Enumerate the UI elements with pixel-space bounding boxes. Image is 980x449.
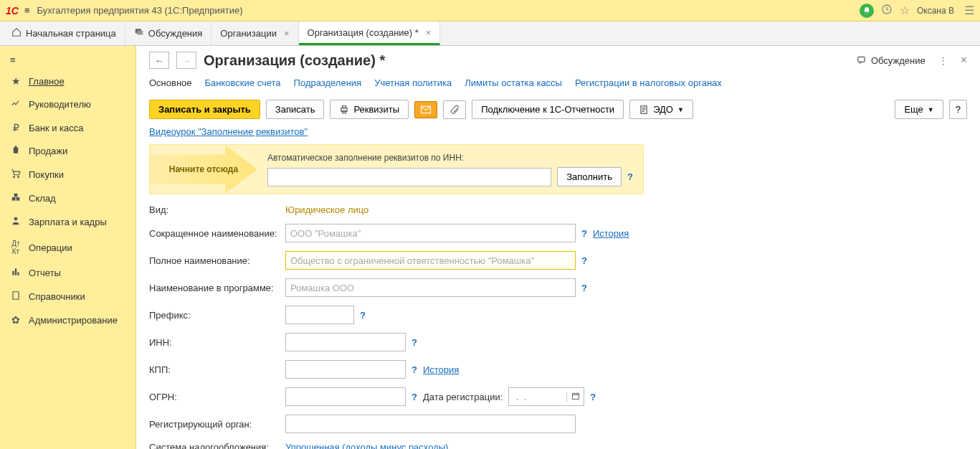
menu-icon[interactable]: ≡ — [24, 5, 30, 16]
person-icon — [10, 216, 22, 228]
sidebar-item-bank[interactable]: ₽ Банк и касса — [0, 116, 135, 139]
tab-org-create[interactable]: Организация (создание) * × — [299, 22, 441, 45]
history-link[interactable]: История — [423, 364, 459, 375]
tab-org-create-label: Организация (создание) * — [308, 27, 419, 38]
user-label[interactable]: Оксана В — [917, 6, 954, 16]
video-link[interactable]: Видеоурок "Заполнение реквизитов" — [149, 126, 308, 137]
svg-rect-9 — [12, 271, 14, 275]
fill-button[interactable]: Заполнить — [557, 167, 622, 186]
ogrn-field[interactable] — [285, 387, 406, 406]
taxsystem-value[interactable]: Упрощенная (доходы минус расходы) — [285, 442, 448, 449]
chevron-down-icon: ▼ — [677, 106, 684, 113]
sidebar-item-warehouse[interactable]: Склад — [0, 186, 135, 210]
kpp-field[interactable] — [285, 360, 406, 379]
sidebar-item-label: Администрирование — [29, 315, 118, 326]
logo-1c: 1C — [6, 5, 19, 16]
sidebar-item-label: Продажи — [29, 146, 67, 156]
sidebar-item-reports[interactable]: Отчеты — [0, 261, 135, 285]
kind-label: Вид: — [149, 204, 280, 215]
short-name-field[interactable] — [285, 224, 576, 242]
more-button[interactable]: Еще ▼ — [895, 100, 943, 119]
sidebar-item-sales[interactable]: Продажи — [0, 139, 135, 163]
svg-rect-16 — [343, 110, 346, 113]
notification-icon[interactable] — [860, 4, 874, 18]
edo-button[interactable]: ЭДО ▼ — [629, 100, 693, 119]
kpp-label: КПП: — [149, 364, 280, 375]
help-icon[interactable]: ? — [581, 255, 587, 266]
requisites-label: Реквизиты — [353, 104, 399, 115]
history-icon[interactable] — [881, 4, 893, 18]
save-button[interactable]: Записать — [266, 100, 325, 119]
sub-tabs: Основное Банковские счета Подразделения … — [149, 75, 967, 93]
help-icon[interactable]: ? — [581, 228, 587, 239]
sidebar-item-operations[interactable]: ДтКт Операции — [0, 234, 135, 261]
nav-back-button[interactable]: ← — [149, 52, 169, 69]
subtab-main[interactable]: Основное — [149, 75, 192, 93]
help-icon[interactable]: ? — [360, 310, 366, 321]
program-name-field[interactable] — [285, 278, 576, 297]
tab-discussions[interactable]: Обсуждения — [125, 22, 212, 45]
book-icon — [10, 290, 22, 303]
star-icon[interactable]: ☆ — [900, 4, 910, 17]
chevron-down-icon: ▼ — [928, 106, 934, 113]
sidebar-item-label: Покупки — [29, 169, 64, 180]
nav-forward-button: → — [176, 52, 196, 69]
sidebar-item-refs[interactable]: Справочники — [0, 285, 135, 308]
svg-rect-13 — [858, 57, 865, 62]
attach-button[interactable] — [443, 100, 466, 119]
calendar-icon[interactable] — [566, 392, 584, 402]
sidebar-item-admin[interactable]: ✿ Администрирование — [0, 308, 135, 331]
help-button[interactable]: ? — [949, 100, 967, 119]
inn-field[interactable] — [285, 333, 406, 351]
subtab-dept[interactable]: Подразделения — [294, 75, 362, 93]
sidebar-item-manager[interactable]: Руководителю — [0, 93, 135, 116]
close-icon[interactable]: × — [284, 28, 290, 39]
help-icon[interactable]: ? — [590, 392, 596, 402]
tab-orgs[interactable]: Организации × — [211, 22, 298, 45]
help-icon[interactable]: ? — [627, 171, 633, 182]
sidebar-toggle[interactable]: ≡ — [0, 50, 135, 70]
tab-orgs-label: Организации — [220, 28, 277, 39]
close-panel-icon[interactable]: × — [961, 54, 967, 67]
bag-icon — [10, 145, 22, 157]
page-title: Организация (создание) * — [204, 52, 850, 69]
svg-point-4 — [18, 176, 19, 178]
svg-rect-19 — [572, 393, 579, 399]
save-close-button[interactable]: Записать и закрыть — [149, 100, 260, 119]
help-icon[interactable]: ? — [581, 283, 587, 293]
inn-autofill-input[interactable] — [267, 168, 551, 186]
subtab-policy[interactable]: Учетная политика — [374, 75, 452, 93]
start-hint-label: Начните отсюда — [169, 164, 238, 174]
regdate-input[interactable] — [509, 388, 566, 405]
prefix-label: Префикс: — [149, 310, 280, 321]
regdate-field[interactable] — [508, 387, 584, 406]
subtab-bank[interactable]: Банковские счета — [205, 75, 281, 93]
sidebar-item-main[interactable]: ★ Главное — [0, 70, 135, 93]
subtab-limits[interactable]: Лимиты остатка кассы — [465, 75, 562, 93]
top-bar: 1C ≡ Бухгалтерия предприятия 43 (1С:Пред… — [0, 0, 980, 22]
svg-rect-2 — [137, 31, 143, 35]
user-menu-icon[interactable]: ☰ — [964, 4, 974, 17]
full-name-field[interactable] — [285, 251, 576, 270]
help-icon[interactable]: ? — [411, 364, 417, 375]
discussion-button[interactable]: Обсуждение — [857, 55, 926, 66]
requisites-button[interactable]: Реквизиты — [330, 100, 409, 119]
sidebar-item-label: Главное — [29, 76, 65, 87]
sidebar-item-purchases[interactable]: Покупки — [0, 163, 135, 186]
subtab-tax[interactable]: Регистрации в налоговых органах — [575, 75, 722, 93]
mail-button[interactable] — [414, 101, 437, 118]
history-link[interactable]: История — [593, 228, 629, 239]
regorg-field[interactable] — [285, 415, 576, 433]
tab-home-label: Начальная страница — [26, 28, 116, 39]
help-icon[interactable]: ? — [411, 392, 417, 402]
close-icon[interactable]: × — [426, 27, 432, 38]
prefix-field[interactable] — [285, 306, 354, 324]
kind-value[interactable]: Юридическое лицо — [285, 204, 368, 215]
help-icon[interactable]: ? — [411, 337, 417, 348]
sidebar-item-hr[interactable]: Зарплата и кадры — [0, 210, 135, 234]
svg-point-3 — [14, 176, 15, 178]
connect-1c-button[interactable]: Подключение к 1С-Отчетности — [472, 100, 624, 119]
app-title: Бухгалтерия предприятия 43 (1С:Предприят… — [37, 5, 860, 16]
more-icon[interactable]: ⋮ — [936, 55, 951, 66]
tab-home[interactable]: Начальная страница — [3, 22, 125, 45]
